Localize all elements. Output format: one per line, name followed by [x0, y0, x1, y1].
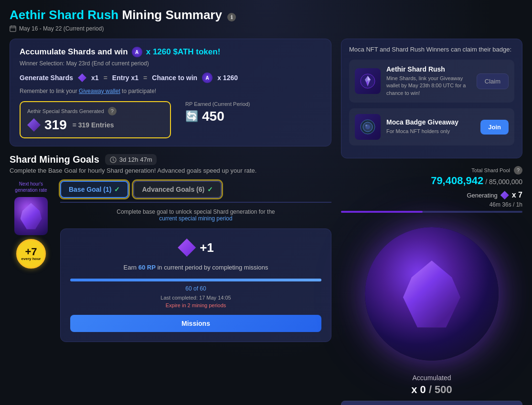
accumulated-label: Accumulated	[411, 374, 452, 382]
gen-multiplier: x 7	[512, 191, 522, 199]
rp-highlight: 60 RP	[138, 264, 156, 271]
winner-selection: Winner Selection: May 23rd (End of curre…	[20, 60, 321, 67]
mining-section: Shard Mining Goals 3d 12h 47m Complete t…	[10, 154, 331, 342]
advanced-goals-check: ✓	[207, 186, 213, 193]
right-column: Moca NFT and Shard Rush Winners can clai…	[341, 39, 522, 405]
shards-info-icon[interactable]: ?	[108, 107, 117, 115]
generate-row: Generate Shards x1 = Entry x1 = Chance t…	[20, 73, 321, 83]
progress-bar-fill	[70, 279, 321, 281]
time-row: 46m 36s / 1h	[341, 201, 522, 208]
join-button-2[interactable]: Join	[480, 120, 509, 135]
rp-label: RP Earned (Current Period)	[185, 101, 321, 107]
goals-left-sidebar: Next hour's generation rate +7 every hou…	[10, 181, 53, 342]
pool-value: 79,408,942	[431, 175, 483, 187]
wallet-note: Remember to link your Giveaway wallet to…	[20, 88, 321, 94]
main-layout: Accumulate Shards and win A x 1260 $ATH …	[10, 39, 522, 405]
goal-description: Complete base goal to unlock special Sha…	[60, 208, 331, 222]
accumulated-section: Accumulated x 0 / 500	[411, 374, 452, 396]
entries-label: = 319 Entries	[73, 121, 114, 129]
shards-stat-box: Aethir Special Shards Generated ? 319 = …	[20, 101, 171, 138]
shard-big-icon	[27, 118, 41, 132]
nft-info-2: Moca Badge Giveaway For Moca NFT holders…	[386, 118, 475, 135]
goals-main: Base Goal (1) ✓ Advanced Goals (6) ✓ Com…	[60, 181, 331, 342]
crystal-shape	[21, 203, 42, 229]
reward-amount: x 1260 $ATH token!	[146, 47, 221, 57]
base-goal-check: ✓	[114, 186, 120, 193]
nft-card-1: Aethir Shard Rush Mine Shards, link your…	[349, 60, 514, 103]
shards-label: Aethir Special Shards Generated ?	[27, 107, 163, 115]
progress-bar-wrapper	[70, 279, 321, 281]
goal-shard-icon	[178, 239, 196, 257]
nft-info-1: Aethir Shard Rush Mine Shards, link your…	[386, 65, 471, 97]
nft-panel: Moca NFT and Shard Rush Winners can clai…	[341, 39, 522, 158]
gen-shard-icon	[500, 191, 509, 199]
page-title: Aethir Shard Rush Mining Summary ℹ	[10, 8, 522, 22]
every-hour-num: +7	[25, 247, 37, 257]
svg-point-9	[365, 125, 367, 126]
mining-header: Shard Mining Goals 3d 12h 47m	[10, 154, 331, 165]
nft-panel-title: Moca NFT and Shard Rush Winners can clai…	[349, 46, 514, 53]
goal-mission-text: Earn 60 RP in current period by completi…	[70, 263, 321, 272]
orb-container	[355, 218, 508, 370]
generating-row: Generating x 7	[341, 191, 522, 199]
mining-title: Shard Mining Goals	[10, 154, 99, 165]
expire-text: Expire in 2 mining periods	[70, 302, 321, 308]
date-range: May 16 - May 22 (Current period)	[10, 25, 522, 32]
claim-button-1[interactable]: Claim	[477, 73, 509, 89]
stats-row: Aethir Special Shards Generated ? 319 = …	[20, 101, 321, 138]
claim-shards-button[interactable]: Claim Shards	[341, 401, 522, 405]
timer-badge: 3d 12h 47m	[105, 154, 157, 165]
title-mining: Mining Summary	[118, 8, 222, 22]
info-icon[interactable]: ℹ	[227, 13, 236, 21]
every-hour-label: every hour	[21, 257, 41, 261]
every-hour-badge: +7 every hour	[16, 239, 46, 269]
title-aethir: Aethir Shard Rush	[10, 8, 118, 22]
goals-layout: Next hour's generation rate +7 every hou…	[10, 181, 331, 342]
shard-icon	[78, 73, 86, 82]
last-completed: Last completed: 17 May 14:05	[70, 295, 321, 301]
svg-rect-0	[10, 26, 16, 31]
missions-button[interactable]: Missions	[70, 315, 321, 332]
shards-value: 319 = 319 Entries	[27, 117, 163, 133]
wallet-link[interactable]: Giveaway wallet	[79, 88, 120, 94]
token-logo: A	[132, 47, 142, 57]
pool-value-row: 79,408,942 / 85,000,000	[341, 175, 522, 187]
tab-base-goal[interactable]: Base Goal (1) ✓	[60, 181, 128, 198]
goal-card: +1 Earn 60 RP in current period by compl…	[60, 228, 331, 342]
rp-stat-box: RP Earned (Current Period) 🔄 450	[185, 101, 321, 138]
orb-section: Total Shard Pool ? 79,408,942 / 85,000,0…	[341, 166, 522, 405]
rp-value: 🔄 450	[185, 109, 321, 124]
goal-plus: +1	[70, 239, 321, 257]
reward-banner: Accumulate Shards and win A x 1260 $ATH …	[10, 39, 331, 146]
crystal-sidebar-image	[14, 197, 48, 235]
left-column: Accumulate Shards and win A x 1260 $ATH …	[10, 39, 331, 405]
token-logo-2: A	[202, 73, 213, 83]
nft-name-1: Aethir Shard Rush	[386, 65, 471, 73]
pool-info-icon[interactable]: ?	[514, 166, 522, 175]
nft-desc-2: For Moca NFT holders only	[386, 128, 475, 135]
goals-tabs: Base Goal (1) ✓ Advanced Goals (6) ✓	[60, 181, 331, 203]
sidebar-label: Next hour's generation rate	[10, 181, 53, 193]
time-bar-bg	[341, 211, 522, 213]
orb-glow	[365, 227, 499, 361]
rp-icon: 🔄	[185, 110, 198, 123]
nft-badge-2	[355, 114, 381, 140]
nft-desc-1: Mine Shards, link your Giveaway wallet b…	[386, 75, 471, 97]
tab-advanced-goals[interactable]: Advanced Goals (6) ✓	[133, 181, 222, 198]
time-bar-fill	[341, 211, 423, 213]
reward-title: Accumulate Shards and win A x 1260 $ATH …	[20, 47, 321, 57]
progress-text: 60 of 60	[70, 285, 321, 292]
nft-name-2: Moca Badge Giveaway	[386, 118, 475, 126]
pool-label: Total Shard Pool ?	[341, 166, 522, 175]
mining-subtitle: Complete the Base Goal for hourly Shard …	[10, 167, 331, 174]
orb-crystal	[403, 260, 460, 327]
pool-max: / 85,000,000	[485, 178, 522, 186]
nft-card-2: Moca Badge Giveaway For Moca NFT holders…	[349, 108, 514, 145]
nft-badge-1	[355, 68, 381, 94]
progress-bar-bg	[70, 279, 321, 281]
shard-pool-info: Total Shard Pool ? 79,408,942 / 85,000,0…	[341, 166, 522, 187]
special-period-link[interactable]: current special mining period	[159, 215, 232, 222]
accumulated-value: x 0 / 500	[411, 384, 452, 396]
